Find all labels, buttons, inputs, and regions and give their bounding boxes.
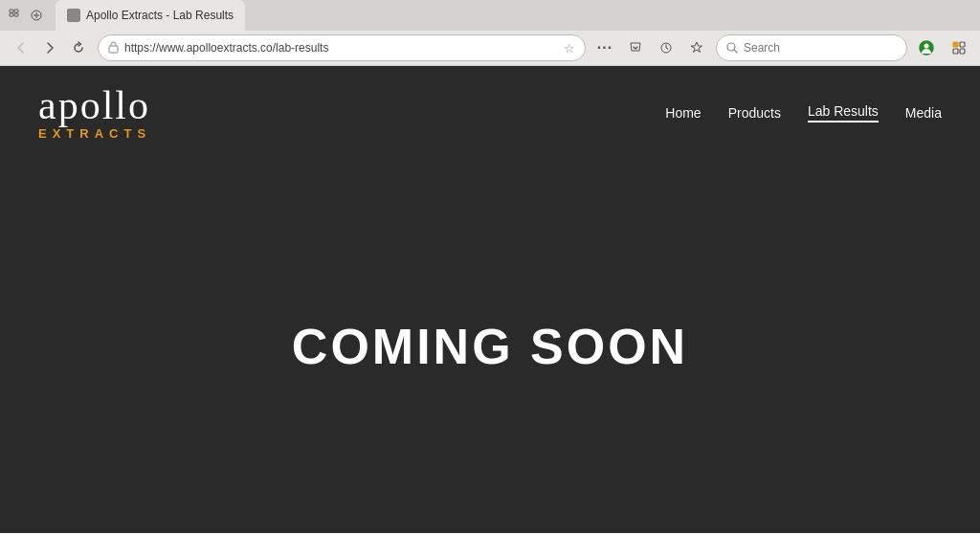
back-button[interactable] (8, 34, 34, 61)
website-content: apollo EXTRACTS Home Products Lab Result… (0, 66, 980, 533)
coming-soon-heading: COMING SOON (292, 318, 688, 375)
toolbar-right: ··· (591, 34, 710, 61)
svg-rect-2 (10, 13, 13, 16)
tab-favicon (67, 9, 80, 22)
svg-rect-3 (14, 13, 18, 16)
svg-point-9 (924, 44, 929, 49)
star-icon[interactable]: ☆ (564, 41, 575, 56)
bookmarks-icon[interactable] (8, 8, 23, 23)
active-tab[interactable]: Apollo Extracts - Lab Results (56, 0, 245, 31)
more-button[interactable]: ··· (591, 34, 618, 61)
nav-media[interactable]: Media (905, 105, 942, 121)
svg-rect-13 (960, 49, 965, 54)
logo-apollo: apollo (38, 85, 151, 125)
tab-title: Apollo Extracts - Lab Results (86, 9, 234, 22)
lock-icon (108, 41, 119, 56)
profile-button[interactable] (913, 34, 940, 61)
browser-toolbar: https://www.apolloextracts.co/lab-result… (0, 31, 980, 65)
search-bar[interactable] (716, 34, 907, 61)
svg-rect-0 (10, 10, 13, 12)
bookmark-star-button[interactable] (683, 34, 710, 61)
svg-rect-12 (953, 49, 958, 54)
site-nav: apollo EXTRACTS Home Products Lab Result… (0, 66, 980, 159)
nav-products[interactable]: Products (728, 105, 781, 121)
extensions-button[interactable] (946, 34, 972, 61)
new-tab-icon[interactable] (29, 8, 44, 23)
browser-chrome: Apollo Extracts - Lab Results (0, 0, 980, 66)
address-bar[interactable]: https://www.apolloextracts.co/lab-result… (98, 34, 586, 61)
nav-home[interactable]: Home (665, 105, 701, 121)
search-icon (726, 42, 738, 54)
url-text: https://www.apolloextracts.co/lab-result… (124, 41, 558, 55)
logo-extracts: EXTRACTS (38, 127, 151, 140)
nav-buttons (8, 34, 92, 61)
svg-rect-11 (960, 42, 965, 47)
main-content: COMING SOON (0, 159, 980, 533)
refresh-button[interactable] (65, 34, 92, 61)
pocket-button[interactable] (622, 34, 649, 61)
more-dots-icon: ··· (597, 39, 612, 56)
forward-button[interactable] (36, 34, 63, 61)
nav-lab-results[interactable]: Lab Results (808, 103, 879, 123)
logo-container[interactable]: apollo EXTRACTS (38, 85, 151, 140)
svg-rect-1 (14, 10, 18, 12)
svg-rect-10 (953, 42, 958, 47)
tab-icons (8, 8, 44, 23)
nav-links: Home Products Lab Results Media (665, 103, 942, 123)
history-button[interactable] (653, 34, 679, 61)
browser-tabs: Apollo Extracts - Lab Results (0, 0, 980, 31)
search-input[interactable] (744, 41, 897, 55)
svg-rect-5 (109, 46, 118, 53)
